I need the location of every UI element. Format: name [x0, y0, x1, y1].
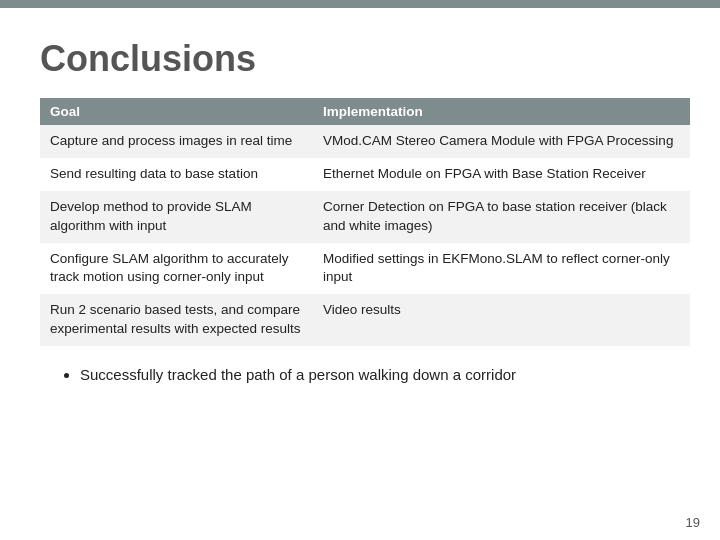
slide-title: Conclusions [40, 38, 690, 80]
table-row: Send resulting data to base stationEther… [40, 158, 690, 191]
table-row: Configure SLAM algorithm to accurately t… [40, 243, 690, 295]
table-cell-implementation: VMod.CAM Stereo Camera Module with FPGA … [313, 125, 690, 158]
slide-content: Conclusions Goal Implementation Capture … [0, 8, 720, 407]
table-header-row: Goal Implementation [40, 98, 690, 125]
table-cell-implementation: Modified settings in EKFMono.SLAM to ref… [313, 243, 690, 295]
table-cell-implementation: Corner Detection on FPGA to base station… [313, 191, 690, 243]
table-row: Run 2 scenario based tests, and compare … [40, 294, 690, 346]
top-bar [0, 0, 720, 8]
table-row: Develop method to provide SLAM algorithm… [40, 191, 690, 243]
table-row: Capture and process images in real timeV… [40, 125, 690, 158]
col-header-goal: Goal [40, 98, 313, 125]
bullet-item: Successfully tracked the path of a perso… [80, 364, 690, 387]
table-cell-goal: Develop method to provide SLAM algorithm… [40, 191, 313, 243]
bullet-section: Successfully tracked the path of a perso… [40, 364, 690, 387]
table-cell-implementation: Video results [313, 294, 690, 346]
table-cell-goal: Run 2 scenario based tests, and compare … [40, 294, 313, 346]
page-number: 19 [686, 515, 700, 530]
table-cell-goal: Send resulting data to base station [40, 158, 313, 191]
conclusions-table: Goal Implementation Capture and process … [40, 98, 690, 346]
table-cell-goal: Configure SLAM algorithm to accurately t… [40, 243, 313, 295]
table-cell-implementation: Ethernet Module on FPGA with Base Statio… [313, 158, 690, 191]
table-cell-goal: Capture and process images in real time [40, 125, 313, 158]
col-header-implementation: Implementation [313, 98, 690, 125]
